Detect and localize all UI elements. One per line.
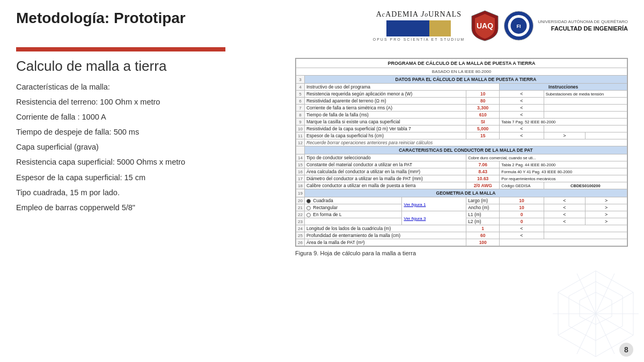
row14-right: Cobre duro comercial, cuando se uti...	[466, 154, 627, 161]
row-num: 20	[296, 197, 305, 204]
spreadsheet-main-header: PROGRAMA DE CÁLCULO DE LA MALLA DE PUEST…	[296, 59, 627, 68]
page-title: Metodología: Prototipar	[16, 10, 186, 27]
section3-header: GEOMETRIA DE LA MALLA	[304, 189, 627, 197]
uaq-logo2: FI	[504, 10, 533, 42]
row21-ancho-val: 10	[500, 204, 544, 211]
radio-cuadrada[interactable]	[306, 199, 311, 203]
row21-arrow-left: <	[544, 204, 586, 211]
row-num: 18	[296, 182, 305, 189]
row11-label: Espesor de la capa superficial hs (cm)	[304, 132, 466, 139]
row21-ancho-label: Ancho (m)	[466, 204, 500, 211]
logos-area: AcADEMIA JoURNALS OPUS PRO SCIENTIA ET S…	[373, 10, 628, 42]
row21-arrow-right: >	[586, 204, 627, 211]
row24-arrow-left: <	[500, 225, 544, 232]
spreadsheet-ieee-header: BASADO EN LA IEEE 80-2000	[296, 68, 627, 76]
list-item: Características de la malla:	[16, 80, 284, 94]
list-item: Tiempo de despeje de falla: 500 ms	[16, 125, 284, 139]
row-num: 3	[296, 76, 305, 84]
list-item: Capa superficial (grava)	[16, 140, 284, 154]
row-num: 9	[296, 119, 305, 125]
row18-right1: Código GEDISA	[500, 182, 544, 189]
header: Metodología: Prototipar AcADEMIA JoURNAL…	[0, 0, 644, 47]
row22-arrow-left: <	[544, 211, 586, 218]
row-num: 4	[296, 84, 305, 91]
row22-label: En forma de L	[304, 211, 402, 218]
row17-value: 10.63	[466, 175, 500, 182]
row9-right: Tabla 7 Pag. 52 IEEE 80-2000	[500, 119, 627, 125]
row-num: 7	[296, 105, 305, 112]
row22-arrow-right: >	[586, 211, 627, 218]
row-num: 12	[296, 139, 305, 146]
row5-label: Resistencia requerida según aplicación m…	[304, 91, 466, 98]
row-num: 19	[296, 189, 305, 197]
row-num: 22	[296, 211, 305, 218]
row21-label: Rectangular	[304, 204, 402, 211]
row9-label: Marque la casilla si existe una capa sup…	[304, 119, 466, 125]
row7-label: Corriente de falla a tierra simétrica rm…	[304, 105, 466, 112]
row24-label: Longitud de los lados de la cuadricula (…	[304, 225, 466, 232]
list-item: Corriente de falla : 1000 A	[16, 110, 284, 124]
row18-value: 2/0 AWG	[466, 182, 500, 189]
row25-value: 60	[466, 232, 500, 239]
row11-arrow-right: >	[544, 132, 586, 139]
row18-right2: CBDES0100200	[544, 182, 627, 189]
right-panel: PROGRAMA DE CÁLCULO DE LA MALLA DE PUEST…	[295, 58, 628, 256]
row26-label: Área de la malla de PAT (m²)	[304, 239, 466, 246]
row16-right: Formula 40 Y 41 Pag. 43 IEEE 80-2000	[500, 168, 627, 175]
row-num: 15	[296, 161, 305, 168]
uaq-logos: UAQ FI UNIVERSIDAD AUTÓNOMA DE QUERÉTARO…	[470, 10, 628, 42]
list-item: Empleo de barras copperweld 5/8"	[16, 201, 284, 215]
academia-journals-logo: AcADEMIA JoURNALS OPUS PRO SCIENTIA ET S…	[373, 10, 465, 41]
row15-value: 7.06	[466, 161, 500, 168]
radio-l-shape[interactable]	[306, 213, 311, 217]
row15-right: Tabla 2 Pag. 44 IEEE 80-2000	[500, 161, 627, 168]
svg-text:FI: FI	[517, 24, 521, 29]
row23-empty	[304, 218, 402, 225]
row15-label: Constante del material conductor a utili…	[304, 161, 466, 168]
row-num: 5	[296, 91, 305, 98]
row10-label: Resistividad de la capa superficial (Ω m…	[304, 125, 466, 132]
row20-arrow-left: <	[544, 197, 586, 204]
row25-arrow-left: <	[500, 232, 544, 239]
section-title: Calculo de malla a tierra	[16, 58, 284, 75]
row22-l1-val: 0	[500, 211, 544, 218]
row22-l1-label: L1 (m)	[466, 211, 500, 218]
radio-rectangular[interactable]	[306, 206, 311, 210]
faculty-name: FACULTAD DE INGENIERÍA	[538, 25, 628, 33]
red-bar	[16, 47, 225, 51]
row-num: 8	[296, 112, 305, 119]
list-item: Tipo cuadrada, 15 m por lado.	[16, 186, 284, 200]
row20-arrow-right: >	[586, 197, 627, 204]
row8-label: Tiempo de falla de la falla (ms)	[304, 112, 466, 119]
row-num: 11	[296, 132, 305, 139]
uaq-text-block: UNIVERSIDAD AUTÓNOMA DE QUERÉTARO FACULT…	[538, 19, 628, 33]
figure-caption: Figura 9. Hoja de cálculo para la malla …	[295, 250, 628, 256]
row9-value: SI	[466, 119, 500, 125]
row5-right: Subestaciones de media tensión	[544, 91, 627, 98]
academia-color-bars	[386, 20, 451, 36]
row24-value: 1	[466, 225, 500, 232]
row-num: 10	[296, 125, 305, 132]
row17-label: Diámetro del conductor a utilizar en la …	[304, 175, 466, 182]
row-num: 17	[296, 175, 305, 182]
row23-l2-label: L2 (m)	[466, 218, 500, 225]
page-number: 8	[619, 343, 633, 357]
row20-fig: Ver figura 1	[402, 197, 466, 211]
uaq-logo1: UAQ	[470, 10, 500, 42]
row7-arrow-left: <	[500, 105, 544, 112]
row-num: 6	[296, 98, 305, 105]
row16-value: 8.43	[466, 168, 500, 175]
row8-arrow-left: <	[500, 112, 544, 119]
row-num: 24	[296, 225, 305, 232]
row5-arrow-left: <	[500, 91, 544, 98]
list-item: Resistencia del terreno: 100 Ohm x metro	[16, 95, 284, 109]
row12-label: Recuerde borrar operaciones anteriores p…	[304, 139, 627, 146]
row-num: 23	[296, 218, 305, 225]
section2-header: CARACTERISTICAS DEL CONDUCTOR DE LA MALL…	[304, 146, 627, 154]
row14-label: Tipo de conductor seleccionado	[304, 154, 466, 161]
row10-value: 5,000	[466, 125, 500, 132]
row4-instruct: Instrucciones	[500, 84, 627, 91]
row16-label: Área calculada del conductor a utilizar …	[304, 168, 466, 175]
section1-header: DATOS PARA EL CÁLCULO DE LA MALLA DE PUE…	[304, 76, 627, 84]
bar-blue	[386, 20, 429, 36]
